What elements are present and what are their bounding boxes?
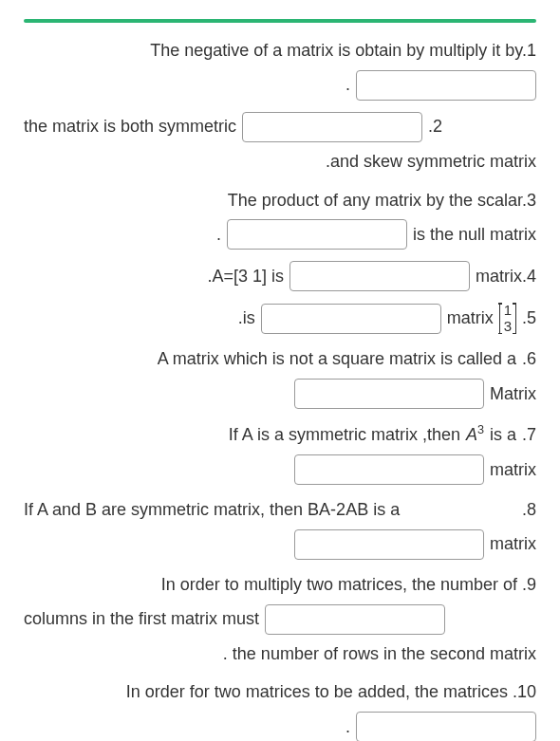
q1-input[interactable] bbox=[356, 70, 536, 101]
q3-dot: . bbox=[216, 221, 221, 249]
q9-input[interactable] bbox=[265, 604, 445, 635]
q5-number: .5 bbox=[522, 305, 536, 332]
question-5: .is matrix 1 3 .5 bbox=[24, 303, 536, 334]
q10-input[interactable] bbox=[356, 712, 536, 741]
q7-mid: is a bbox=[490, 421, 516, 449]
question-7: If A is a symmetric matrix ,then A3 is a… bbox=[24, 420, 536, 485]
q8-input[interactable] bbox=[294, 529, 484, 560]
q10-dot: . bbox=[345, 713, 350, 741]
q4-input[interactable] bbox=[289, 261, 470, 291]
q4-suffix: matrix.4 bbox=[476, 263, 536, 290]
q8-suffix: matrix bbox=[490, 530, 536, 558]
q7-suffix: matrix bbox=[490, 456, 536, 484]
q5-matrix-bot: 3 bbox=[504, 319, 512, 335]
question-3: The product of any matrix by the scalar.… bbox=[24, 187, 536, 250]
q4-prefix: .A=[3 1] is bbox=[207, 263, 284, 290]
q6-text: A matrix which is not a square matrix is… bbox=[158, 345, 516, 373]
q1-dot: . bbox=[345, 71, 350, 99]
question-10: In order for two matrices to be added, t… bbox=[24, 678, 536, 741]
question-8: If A and B are symmetric matrix, then BA… bbox=[24, 496, 536, 560]
q2-input[interactable] bbox=[242, 112, 422, 142]
q2-number: .2 bbox=[428, 113, 442, 140]
q5-prefix: .is bbox=[238, 305, 255, 332]
q7-input[interactable] bbox=[294, 454, 484, 485]
question-4: .A=[3 1] is matrix.4 bbox=[24, 261, 536, 291]
q5-matrix: 1 3 bbox=[499, 303, 516, 334]
q10-text: In order for two matrices to be added, t… bbox=[126, 678, 536, 706]
question-6: A matrix which is not a square matrix is… bbox=[24, 345, 536, 409]
q6-suffix: Matrix bbox=[490, 380, 536, 408]
q3-input[interactable] bbox=[227, 219, 407, 250]
q2-part2: .and skew symmetric matrix bbox=[326, 148, 536, 176]
question-2: the matrix is both symmetric .2 .and ske… bbox=[24, 112, 536, 176]
q9-text: In order to multiply two matrices, the n… bbox=[161, 571, 536, 599]
question-1: The negative of a matrix is obtain by mu… bbox=[24, 37, 536, 101]
q7-number: .7 bbox=[522, 421, 536, 449]
q3-text: The product of any matrix by the scalar.… bbox=[228, 187, 536, 214]
q1-text: The negative of a matrix is obtain by mu… bbox=[150, 37, 536, 65]
q2-part1: the matrix is both symmetric bbox=[24, 113, 236, 140]
q9-part2: columns in the first matrix must bbox=[24, 605, 259, 633]
q7-var: A3 bbox=[466, 420, 484, 449]
q8-number: .8 bbox=[522, 496, 536, 524]
q6-input[interactable] bbox=[294, 379, 484, 409]
question-9: In order to multiply two matrices, the n… bbox=[24, 571, 536, 668]
q8-text: If A and B are symmetric matrix, then BA… bbox=[24, 496, 516, 524]
q6-number: .6 bbox=[522, 345, 536, 373]
q7-prefix: If A is a symmetric matrix ,then bbox=[229, 421, 460, 449]
q5-matrix-top: 1 bbox=[504, 303, 512, 319]
q3-suffix: is the null matrix bbox=[413, 221, 536, 249]
q5-input[interactable] bbox=[261, 304, 441, 334]
q9-part3: . the number of rows in the second matri… bbox=[223, 640, 536, 668]
top-divider bbox=[24, 19, 536, 23]
q5-mid: matrix bbox=[447, 305, 494, 332]
